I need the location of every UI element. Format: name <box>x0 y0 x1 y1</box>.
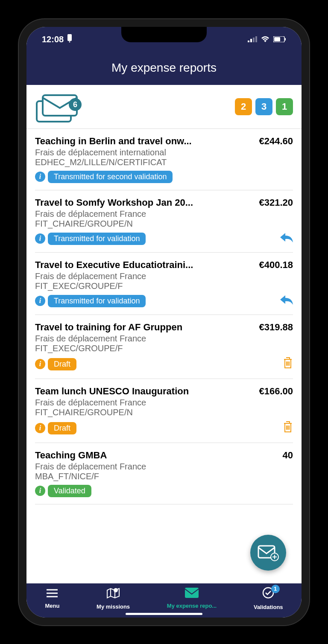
wifi-icon <box>261 35 270 44</box>
svg-point-1 <box>69 41 70 43</box>
svg-rect-19 <box>185 588 199 598</box>
bottom-nav: Menu My missions My expense repo... 1 V <box>26 583 302 618</box>
info-icon[interactable]: i <box>35 423 45 433</box>
report-category: Frais de déplacement France <box>35 209 293 219</box>
mail-icon <box>185 588 199 601</box>
reply-icon[interactable] <box>280 294 293 308</box>
report-title: Teaching in Berlin and travel onw... <box>35 136 192 147</box>
report-code: FIT_CHAIRE/GROUPE/N <box>35 219 293 229</box>
report-title: Travel to Executive Educatiotraini... <box>35 259 193 271</box>
report-code: FIT_EXEC/GROUPE/F <box>35 344 293 353</box>
svg-rect-7 <box>274 37 280 41</box>
report-amount: €166.00 <box>259 386 293 397</box>
nav-menu[interactable]: Menu <box>45 588 59 609</box>
nav-validations[interactable]: 1 Validations <box>254 586 283 610</box>
report-item[interactable]: Travel to Somfy Workshop Jan 20... €321.… <box>35 190 293 253</box>
info-icon[interactable]: i <box>35 172 45 182</box>
report-title: Teaching GMBA <box>35 450 107 461</box>
svg-rect-5 <box>255 36 257 42</box>
report-category: Frais de déplacement France <box>35 271 293 281</box>
info-icon[interactable]: i <box>35 296 45 306</box>
status-count-validated[interactable]: 1 <box>276 98 293 115</box>
report-code: MBA_FT/NICE/F <box>35 472 293 481</box>
report-item[interactable]: Travel to Executive Educatiotraini... €4… <box>35 253 293 315</box>
status-count-transmitted[interactable]: 3 <box>255 98 272 115</box>
svg-rect-8 <box>285 38 286 41</box>
status-badge: Transmitted for second validation <box>48 171 173 183</box>
trash-icon[interactable] <box>283 421 293 436</box>
cellular-icon <box>248 35 257 44</box>
info-icon[interactable]: i <box>35 486 45 496</box>
validations-badge: 1 <box>271 585 280 593</box>
report-title: Travel to training for AF Gruppen <box>35 322 182 333</box>
report-title: Team lunch UNESCO Inauguration <box>35 386 189 397</box>
home-indicator[interactable] <box>126 613 202 615</box>
info-icon[interactable]: i <box>35 233 45 244</box>
svg-rect-2 <box>248 41 249 42</box>
status-badge: Draft <box>48 358 76 370</box>
status-badge: Validated <box>48 485 91 497</box>
report-code: FIT_EXEC/GROUPE/F <box>35 281 293 291</box>
report-title: Travel to Somfy Workshop Jan 20... <box>35 197 193 208</box>
status-badge: Draft <box>48 422 76 434</box>
trash-icon[interactable] <box>283 357 293 372</box>
report-item[interactable]: Travel to training for AF Gruppen €319.8… <box>35 315 293 379</box>
report-item[interactable]: Teaching in Berlin and travel onw... €24… <box>35 129 293 190</box>
status-badge: Transmitted for validation <box>48 233 146 245</box>
report-item[interactable]: Teaching GMBA 40 Frais de déplacement Fr… <box>35 443 293 504</box>
portrait-lock-icon <box>66 34 73 45</box>
report-amount: €321.20 <box>259 197 293 208</box>
report-code: EDHEC_M2/LILLE/N/CERTIFICAT <box>35 157 293 167</box>
report-category: Frais de déplacement France <box>35 398 293 408</box>
report-item[interactable]: Team lunch UNESCO Inauguration €166.00 F… <box>35 379 293 443</box>
report-amount: €400.18 <box>259 259 293 271</box>
envelope-count-icon[interactable]: 6 <box>35 92 78 122</box>
report-category: Frais de déplacement international <box>35 148 293 157</box>
page-title: My expense reports <box>26 52 302 85</box>
report-amount: €319.88 <box>259 322 293 333</box>
status-time: 12:08 <box>42 35 64 44</box>
report-category: Frais de déplacement France <box>35 334 293 344</box>
report-category: Frais de déplacement France <box>35 462 293 472</box>
menu-icon <box>46 588 59 601</box>
svg-text:6: 6 <box>73 100 77 109</box>
status-badge: Transmitted for validation <box>48 295 146 307</box>
reply-icon[interactable] <box>280 232 293 245</box>
map-icon <box>106 587 120 602</box>
nav-missions[interactable]: My missions <box>97 587 130 610</box>
summary-bar: 6 2 3 1 <box>26 85 302 129</box>
nav-expense-reports[interactable]: My expense repo... <box>167 588 217 609</box>
svg-point-18 <box>114 589 117 592</box>
report-amount: €244.60 <box>259 136 293 147</box>
battery-icon <box>273 35 286 44</box>
report-code: FIT_CHAIRE/GROUPE/N <box>35 408 293 417</box>
report-amount: 40 <box>283 450 293 461</box>
info-icon[interactable]: i <box>35 359 45 369</box>
svg-rect-3 <box>250 39 252 42</box>
add-report-button[interactable] <box>250 535 286 571</box>
svg-rect-0 <box>67 34 72 41</box>
svg-rect-4 <box>253 38 255 42</box>
reports-list[interactable]: Teaching in Berlin and travel onw... €24… <box>26 129 302 583</box>
status-count-draft[interactable]: 2 <box>235 98 252 115</box>
